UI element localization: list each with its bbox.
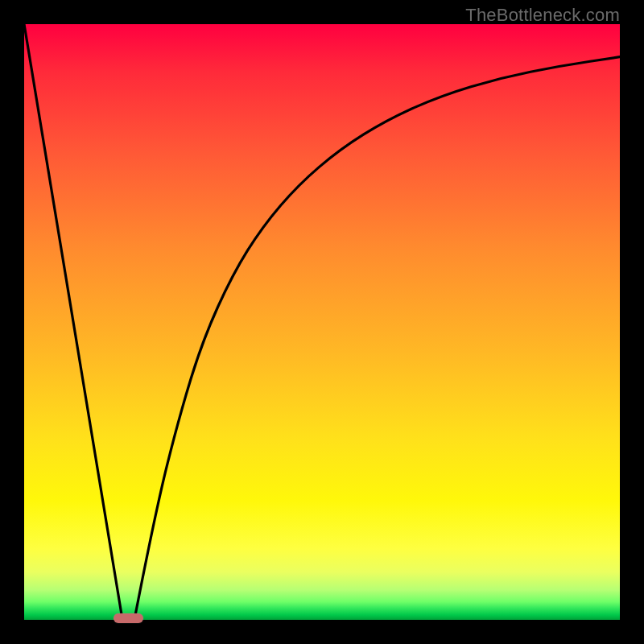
watermark-text: TheBottleneck.com — [465, 5, 620, 26]
chart-canvas: TheBottleneck.com — [0, 0, 644, 644]
curve-left-segment — [24, 24, 122, 620]
plot-area — [24, 24, 620, 620]
chart-curves — [24, 24, 620, 620]
curve-right-segment — [134, 57, 620, 620]
bottleneck-marker — [114, 613, 142, 623]
